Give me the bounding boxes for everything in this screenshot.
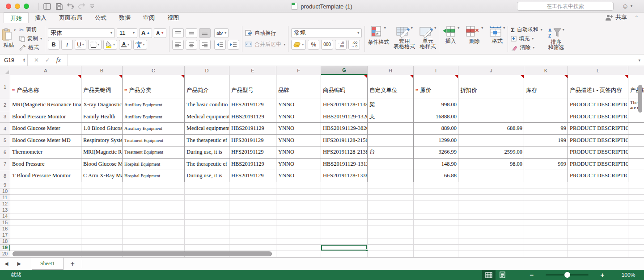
cell-L15[interactable] [568, 220, 628, 226]
cell-H6[interactable]: 台 [368, 146, 414, 159]
cell-F20[interactable] [276, 251, 321, 257]
cell-K19[interactable] [524, 245, 568, 251]
cell-D16[interactable] [185, 226, 229, 232]
cell-I1[interactable]: *原价 [414, 75, 458, 99]
cell-H13[interactable] [368, 207, 414, 213]
cell-M12[interactable] [628, 201, 644, 207]
row-number-11[interactable]: 11 [0, 195, 10, 201]
cell-H18[interactable] [368, 238, 414, 245]
cell-B5[interactable]: Respiratory Syste [81, 135, 123, 147]
cell-L10[interactable] [568, 188, 628, 195]
row-number-6[interactable]: 6 [0, 146, 10, 159]
cell-F9[interactable] [276, 182, 321, 188]
bold-button[interactable]: B [48, 40, 59, 50]
cell-D9[interactable] [185, 182, 229, 188]
cell-I20[interactable] [414, 251, 458, 257]
cell-K2[interactable] [524, 99, 568, 111]
cell-F12[interactable] [276, 201, 321, 207]
ribbon-tab-视图[interactable]: 视图 [161, 13, 185, 23]
row-number-4[interactable]: 4 [0, 123, 10, 135]
cell-J4[interactable]: 688.99 [458, 123, 524, 135]
cell-E17[interactable] [229, 232, 276, 238]
cell-B11[interactable] [81, 195, 123, 201]
row-number-20[interactable]: 20 [0, 251, 10, 257]
cell-D4[interactable]: Medical equipment [185, 123, 229, 135]
decrease-decimal-button[interactable]: .00→.0 [348, 40, 360, 50]
row-number-18[interactable]: 18 [0, 238, 10, 245]
cell-F1[interactable]: 品牌 [276, 75, 321, 99]
cell-G10[interactable] [321, 188, 368, 195]
cell-G4[interactable]: HBS20191129-3826 [321, 123, 368, 135]
cell-K7[interactable]: 999 [524, 159, 568, 171]
cell-B18[interactable] [81, 238, 123, 245]
cell-K6[interactable] [524, 146, 568, 159]
cell-C12[interactable] [123, 201, 185, 207]
column-header-E[interactable]: E [229, 66, 276, 75]
cell-C1[interactable]: *产品分类 [123, 75, 185, 99]
cell-A3[interactable]: Blood Pressure Monitor [10, 111, 81, 123]
cell-B16[interactable] [81, 226, 123, 232]
cell-G15[interactable] [321, 220, 368, 226]
cell-I2[interactable]: 998.00 [414, 99, 458, 111]
cell-D14[interactable] [185, 213, 229, 220]
column-header-K[interactable]: K [524, 66, 568, 75]
autosum-button[interactable]: Σ自动求和▾ [511, 26, 542, 33]
borders-button[interactable]: ▾ [88, 40, 102, 50]
cell-I7[interactable]: 148.90 [414, 159, 458, 171]
cell-H14[interactable] [368, 213, 414, 220]
row-number-10[interactable]: 10 [0, 188, 10, 195]
cell-F2[interactable]: YNNO [276, 99, 321, 111]
cell-B2[interactable]: X-ray Diagnostic [81, 99, 123, 111]
cell-B17[interactable] [81, 232, 123, 238]
cell-L18[interactable] [568, 238, 628, 245]
select-all-corner[interactable] [0, 66, 10, 75]
insert-function-icon[interactable]: fx [56, 57, 61, 64]
align-right-button[interactable] [199, 40, 211, 50]
cell-G18[interactable] [321, 238, 368, 245]
decrease-indent-button[interactable] [214, 40, 226, 50]
cell-B8[interactable]: C Arm X-Ray Machi [81, 170, 123, 182]
cell-L5[interactable]: PRODUCT DESCRIPTION [568, 135, 628, 147]
cell-L3[interactable]: PRODUCT DESCRIPTION [568, 111, 628, 123]
cell-B7[interactable]: Blood Glucose Met [81, 159, 123, 171]
row-number-19[interactable]: 19 [0, 245, 10, 251]
cell-H1[interactable]: 自定义单位 [368, 75, 414, 99]
cell-D18[interactable] [185, 238, 229, 245]
cut-button[interactable]: ✂剪切 [19, 26, 42, 33]
cell-A6[interactable]: Thermometer [10, 146, 81, 159]
cell-A8[interactable]: T Blood Pressure Monitor [10, 170, 81, 182]
cell-K9[interactable] [524, 182, 568, 188]
text-effects-button[interactable]: abcA▾ [133, 40, 147, 50]
cell-J13[interactable] [458, 207, 524, 213]
column-header-M[interactable]: M [628, 66, 644, 75]
cell-A1[interactable]: *产品名称 [10, 75, 81, 99]
cell-H15[interactable] [368, 220, 414, 226]
cell-B15[interactable] [81, 220, 123, 226]
align-center-button[interactable] [186, 40, 197, 50]
column-header-J[interactable]: J [458, 66, 524, 75]
font-color-button[interactable]: A▾ [119, 40, 131, 50]
normal-view-button[interactable] [482, 270, 496, 280]
insert-cells-button[interactable]: ▾ 插入 [442, 26, 459, 45]
cell-G12[interactable] [321, 201, 368, 207]
cell-E19[interactable] [229, 245, 276, 251]
cell-A14[interactable] [10, 213, 81, 220]
cell-I18[interactable] [414, 238, 458, 245]
row-number-1[interactable]: 1 [0, 75, 10, 99]
cell-K1[interactable]: 库存 [524, 75, 568, 99]
column-header-C[interactable]: C [123, 66, 185, 75]
cell-H19[interactable] [368, 245, 414, 251]
cell-A5[interactable]: Blood Glucose Meter MD [10, 135, 81, 147]
row-number-14[interactable]: 14 [0, 213, 10, 220]
cell-H8[interactable] [368, 170, 414, 182]
cell-M11[interactable] [628, 195, 644, 201]
cell-I19[interactable] [414, 245, 458, 251]
cell-M18[interactable] [628, 238, 644, 245]
cell-I10[interactable] [414, 188, 458, 195]
sort-filter-button[interactable]: AZ▾ 排序 和筛选 [548, 28, 564, 50]
ribbon-tab-页面布局[interactable]: 页面布局 [53, 13, 89, 23]
cell-F14[interactable] [276, 213, 321, 220]
cell-M5[interactable] [628, 135, 644, 147]
cell-I13[interactable] [414, 207, 458, 213]
sheet-tab-sheet1[interactable]: Sheet1 [32, 258, 64, 270]
